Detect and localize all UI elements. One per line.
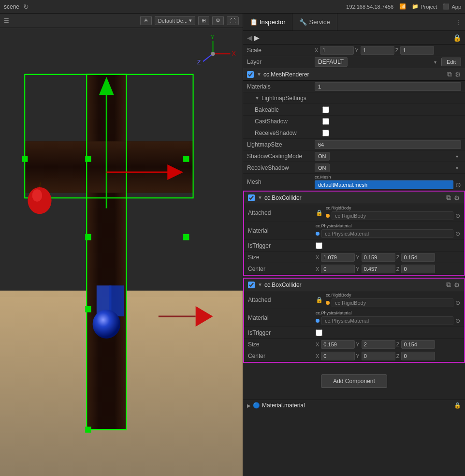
collider1-center-xyz: X Y Z	[316, 265, 460, 273]
materials-row: Materials	[243, 81, 465, 92]
collider1-trigger-checkbox[interactable]	[316, 242, 322, 249]
rigid-body-icon-1[interactable]: ⊙	[455, 212, 460, 219]
tab-more-icon[interactable]: ⋮	[455, 19, 461, 26]
project-btn[interactable]: 📁 Project	[412, 3, 437, 10]
collider1-size-xyz: X Y Z	[316, 253, 460, 262]
viewport-canvas[interactable]: X Y Z	[0, 28, 243, 476]
layer-edit-btn[interactable]: Edit	[441, 58, 461, 66]
collider1-center-z[interactable]	[401, 265, 435, 273]
back-arrow[interactable]: ◀	[247, 34, 252, 42]
inspector-nav: ◀ ▶ 🔒	[243, 31, 465, 45]
receive-shadow2-wrapper: ON	[315, 164, 461, 172]
center2-z-label: Z	[396, 353, 400, 359]
collider1-size-y[interactable]	[362, 253, 395, 262]
collider2-gear-icon[interactable]: ⚙	[454, 281, 460, 289]
phys-material-icon-2[interactable]: ⊙	[455, 317, 460, 324]
mesh-folder-icon[interactable]: ⊙	[455, 181, 461, 189]
phys-material-icon-1[interactable]: ⊙	[455, 230, 460, 237]
mesh-renderer-title: cc.MeshRenderer	[263, 71, 447, 78]
rigid-body-icon-2[interactable]: ⊙	[455, 299, 460, 306]
scale-z-input[interactable]	[400, 46, 434, 55]
mesh-input[interactable]	[315, 180, 453, 189]
material-section-toggle[interactable]: ▶	[247, 403, 251, 408]
z-label: Z	[395, 47, 399, 53]
phys-material-input-2[interactable]	[321, 316, 453, 325]
collider1-size-x[interactable]	[321, 253, 355, 262]
collider1-center-y[interactable]	[362, 265, 395, 273]
camera-select[interactable]: Default De... ▾	[155, 16, 195, 25]
collider2-center-z[interactable]	[401, 352, 435, 360]
tab-service[interactable]: 🔧 Service	[292, 14, 337, 30]
forward-arrow[interactable]: ▶	[254, 34, 260, 42]
app-btn[interactable]: ⬛ App	[443, 3, 461, 10]
rigid-body-input-1[interactable]	[332, 211, 453, 220]
layer-select[interactable]: DEFAULT	[315, 57, 348, 67]
bakeable-label: Bakeable	[255, 106, 322, 113]
lightmap-toggle[interactable]: ▼	[255, 95, 260, 101]
collider2-center-y[interactable]	[362, 352, 395, 360]
collider2-actions: ⧉ ⚙	[446, 281, 460, 289]
layout-btn[interactable]: ⊞	[198, 16, 209, 25]
collider1-actions: ⧉ ⚙	[446, 193, 460, 202]
receive-shadow2-select[interactable]: ON	[315, 164, 330, 172]
shadow-casting-select[interactable]: ON	[315, 152, 330, 161]
bakeable-row: Bakeable	[243, 104, 465, 116]
scene-label[interactable]: scene	[4, 3, 19, 10]
mesh-renderer-actions: ⧉ ⚙	[447, 70, 461, 78]
collider2-size-z[interactable]	[401, 340, 435, 349]
collider2-trigger-checkbox[interactable]	[316, 329, 322, 336]
scale-x-input[interactable]	[320, 46, 354, 55]
collider2-size-x[interactable]	[321, 340, 355, 349]
lightmap-size-input[interactable]	[315, 140, 461, 149]
collider1-size-z[interactable]	[401, 253, 435, 262]
phys-material-input-1[interactable]	[321, 229, 453, 238]
scale-xyz: X Y Z	[315, 46, 461, 55]
collider2-size-value: X Y Z	[316, 340, 460, 349]
collider2-copy-icon[interactable]: ⧉	[446, 281, 451, 289]
sun-icon: ☀	[144, 17, 148, 24]
inspector-content[interactable]: Scale X Y Z Layer	[243, 45, 465, 476]
menu-icon[interactable]: ☰	[4, 17, 9, 24]
collider1-gear-icon[interactable]: ⚙	[454, 194, 460, 202]
gear-icon: ⚙	[216, 17, 220, 24]
cast-shadow-checkbox[interactable]	[322, 118, 329, 125]
collider2-toggle[interactable]: ▼	[258, 282, 262, 287]
mesh-renderer-copy-icon[interactable]: ⧉	[447, 70, 452, 78]
ip-address: 192.168.54.18:7456	[346, 4, 393, 10]
collider2-center-x[interactable]	[321, 352, 355, 360]
size1-z-label: Z	[396, 254, 400, 260]
mesh-row: Mesh cc.Mesh ⊙	[243, 174, 465, 191]
fullscreen-btn[interactable]: ⛶	[227, 16, 239, 25]
tab-inspector[interactable]: 📋 Inspector	[243, 14, 292, 30]
apps-icon: ⬛	[443, 3, 450, 10]
receive-shadow-checkbox[interactable]	[322, 130, 329, 136]
collider2-material-value: cc.PhysicsMaterial ⊙	[316, 311, 460, 325]
bakeable-checkbox[interactable]	[322, 106, 329, 113]
center1-y-label: Y	[356, 266, 359, 272]
cc-mesh-tag: cc.Mesh	[315, 175, 331, 179]
collider2-checkbox[interactable]	[248, 282, 255, 288]
receive-shadow-label: ReceiveShadow	[255, 130, 322, 136]
light-toggle[interactable]: ☀	[140, 16, 152, 25]
collider2-size-xyz: X Y Z	[316, 340, 460, 349]
cast-shadow-value	[322, 118, 461, 125]
mesh-renderer-gear-icon[interactable]: ⚙	[455, 71, 461, 78]
mesh-renderer-checkbox[interactable]	[247, 71, 254, 78]
mesh-value: cc.Mesh ⊙	[315, 175, 461, 189]
collider1-checkbox[interactable]	[248, 194, 255, 201]
settings-btn[interactable]: ⚙	[212, 16, 224, 25]
materials-input[interactable]	[315, 82, 461, 91]
collider1-section: ▼ cc.BoxCollider ⧉ ⚙ Attached 🔒 cc.Rigid…	[243, 191, 465, 276]
refresh-icon[interactable]: ↻	[23, 3, 29, 11]
materials-value	[315, 82, 461, 91]
add-component-btn[interactable]: Add Component	[321, 374, 387, 388]
rigid-body-input-2[interactable]	[332, 298, 453, 307]
collider1-center-x[interactable]	[321, 265, 355, 273]
collider1-toggle[interactable]: ▼	[258, 195, 262, 200]
scale-y-input[interactable]	[361, 46, 394, 55]
folder-icon: 📁	[412, 3, 419, 10]
collider1-material-row: Material cc.PhysicsMaterial ⊙	[244, 222, 464, 240]
mesh-renderer-toggle[interactable]: ▼	[257, 72, 262, 77]
collider1-copy-icon[interactable]: ⧉	[446, 193, 451, 202]
collider2-size-y[interactable]	[362, 340, 395, 349]
